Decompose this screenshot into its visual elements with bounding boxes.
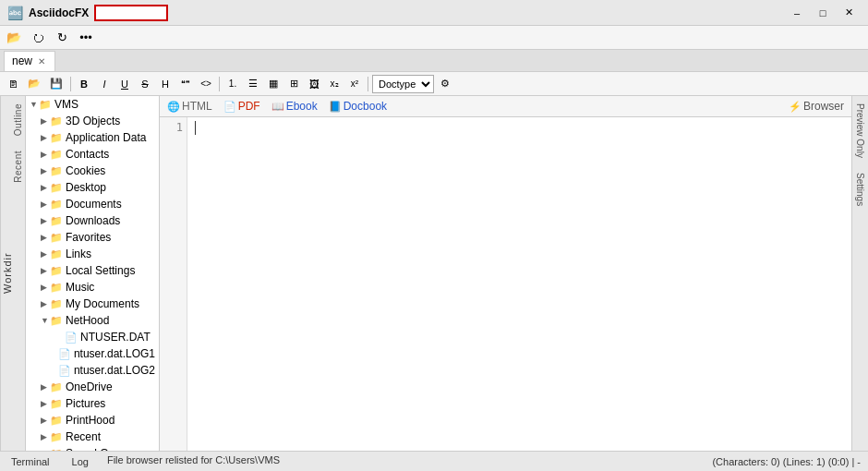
list-item[interactable]: ▶📁Recent — [26, 429, 159, 445]
folder-icon: 📁 — [50, 182, 63, 194]
list-item[interactable]: ▶📁Application Data — [26, 129, 159, 146]
folder-icon: 📁 — [50, 282, 63, 294]
code-button[interactable]: <> — [197, 75, 215, 93]
main-toolbar: 📂 ⭮ ↻ ••• — [0, 26, 868, 50]
image-button[interactable]: 🖼 — [305, 75, 323, 93]
tree-item-label: ntuser.dat.LOG2 — [74, 364, 155, 377]
save-file-button[interactable]: 💾 — [46, 75, 66, 93]
list-item[interactable]: ▶📁My Documents — [26, 296, 159, 312]
tree-item-label: Downloads — [66, 214, 120, 227]
tree-item-label: Recent — [66, 430, 101, 443]
bold-button[interactable]: B — [75, 75, 93, 93]
maximize-button[interactable]: □ — [811, 5, 835, 21]
refresh-button[interactable]: ⭮ — [28, 29, 48, 47]
list-item[interactable]: 📄ntuser.dat.LOG1 — [26, 345, 159, 362]
subscript-button[interactable]: x₂ — [325, 75, 344, 93]
list-item[interactable]: ▶📁Local Settings — [26, 262, 159, 279]
docbook-icon: 📘 — [329, 101, 342, 113]
list-item[interactable]: ▶📁Music — [26, 279, 159, 296]
tree-root[interactable]: ▼ 📁 VMS — [26, 96, 159, 113]
list-item[interactable]: ▶📁Desktop — [26, 179, 159, 196]
list-item[interactable]: ▶📁3D Objects — [26, 113, 159, 129]
editor-area: 🌐 HTML 📄 PDF 📖 Ebook 📘 Docbook ⚡ Browser — [160, 96, 851, 451]
app-name: AsciidocFX — [29, 6, 89, 19]
superscript-button[interactable]: x² — [345, 75, 364, 93]
tree-item-label: NTUSER.DAT — [80, 331, 151, 344]
ordered-list-button[interactable]: 1. — [223, 75, 242, 93]
preview-tab-docbook[interactable]: 📘 Docbook — [329, 100, 387, 113]
folder-icon: 📁 — [50, 248, 63, 260]
table2-button[interactable]: ⊞ — [284, 75, 303, 93]
preview-tab-html[interactable]: 🌐 HTML — [167, 100, 212, 113]
strikethrough-button[interactable]: S — [136, 75, 154, 93]
list-item[interactable]: ▶📁Links — [26, 246, 159, 262]
list-item[interactable]: ▶📁PrintHood — [26, 412, 159, 429]
format-separator-2 — [219, 77, 220, 91]
tab-close-icon[interactable]: ✕ — [36, 56, 47, 66]
ebook-icon: 📖 — [271, 101, 284, 113]
new-file-button[interactable]: 🖹 — [4, 75, 22, 93]
tree-arrow-icon: ▶ — [41, 416, 50, 425]
list-item[interactable]: ▶📁OneDrive — [26, 379, 159, 395]
table-button[interactable]: ▦ — [264, 75, 283, 93]
list-item[interactable]: ▶📁Pictures — [26, 395, 159, 412]
tree-item-label: Favorites — [66, 231, 111, 244]
title-bar: 🔤 AsciidocFX – □ ✕ — [0, 0, 868, 26]
settings-label[interactable]: Settings — [855, 173, 865, 206]
outline-label[interactable]: Outline — [13, 96, 25, 143]
tree-arrow-icon: ▼ — [41, 316, 50, 325]
list-item[interactable]: ▶📁Contacts — [26, 146, 159, 163]
list-item[interactable]: ▶📁Documents — [26, 196, 159, 212]
tree-item-label: Contacts — [66, 148, 109, 161]
list-item[interactable]: 📄NTUSER.DAT — [26, 329, 159, 345]
folder-icon: 📁 — [50, 265, 63, 277]
sync-button[interactable]: ↻ — [52, 29, 72, 47]
tree-item-label: OneDrive — [66, 380, 113, 393]
terminal-tab[interactable]: Terminal — [7, 454, 54, 469]
more-button[interactable]: ••• — [76, 29, 96, 47]
quote-button[interactable]: ❝❞ — [176, 75, 195, 93]
log-tab[interactable]: Log — [68, 454, 92, 469]
tree-arrow-icon: ▶ — [41, 249, 50, 259]
close-button[interactable]: ✕ — [837, 5, 861, 21]
editor-content[interactable]: ​ — [187, 117, 851, 451]
list-item[interactable]: ▶📁Cookies — [26, 163, 159, 179]
workdir-label[interactable]: Workdir — [0, 96, 13, 451]
tree-arrow-root: ▼ — [30, 100, 39, 109]
recent-label[interactable]: Recent — [13, 143, 25, 190]
preview-tab-pdf[interactable]: 📄 PDF — [223, 100, 260, 113]
tree-item-label: PrintHood — [66, 414, 115, 427]
browser-icon: ⚡ — [789, 101, 802, 113]
editor-wrapper: 1 ​ — [160, 117, 851, 451]
new-tab[interactable]: new ✕ — [4, 51, 55, 71]
preview-tab-ebook[interactable]: 📖 Ebook — [271, 100, 318, 113]
tree-item-label: Documents — [66, 198, 122, 211]
minimize-button[interactable]: – — [785, 5, 809, 21]
heading-button[interactable]: H — [156, 75, 175, 93]
tree-arrow-icon: ▶ — [41, 432, 50, 441]
list-item[interactable]: ▼📁NetHood — [26, 312, 159, 329]
tree-item-label: Local Settings — [66, 264, 135, 277]
underline-button[interactable]: U — [115, 75, 134, 93]
folder-open-button[interactable]: 📂 — [4, 29, 24, 47]
main-layout: Workdir Outline Recent ▼ 📁 VMS ▶📁3D Obje… — [0, 96, 868, 451]
title-input[interactable] — [94, 5, 168, 21]
open-file-button[interactable]: 📂 — [24, 75, 44, 93]
file-tree[interactable]: ▼ 📁 VMS ▶📁3D Objects▶📁Application Data▶📁… — [26, 96, 160, 451]
file-icon: 📄 — [65, 332, 78, 344]
preview-tab-browser[interactable]: ⚡ Browser — [789, 100, 844, 113]
right-sidebar: Preview Only Settings — [851, 96, 868, 451]
doctype-select[interactable]: Doctype — [372, 75, 434, 93]
tree-arrow-icon: ▶ — [41, 233, 50, 242]
preview-only-label[interactable]: Preview Only — [855, 103, 865, 158]
list-item[interactable]: 📄ntuser.dat.LOG2 — [26, 362, 159, 379]
list-item[interactable]: ▶📁Downloads — [26, 212, 159, 229]
settings-icon-button[interactable]: ⚙ — [436, 75, 454, 93]
tree-item-label: My Documents — [66, 297, 139, 310]
list-item[interactable]: ▶📁Favorites — [26, 229, 159, 246]
unordered-list-button[interactable]: ☰ — [244, 75, 262, 93]
tree-arrow-icon: ▶ — [41, 166, 50, 175]
italic-button[interactable]: I — [95, 75, 114, 93]
folder-icon: 📁 — [50, 199, 63, 211]
tree-arrow-icon: ▶ — [41, 183, 50, 192]
